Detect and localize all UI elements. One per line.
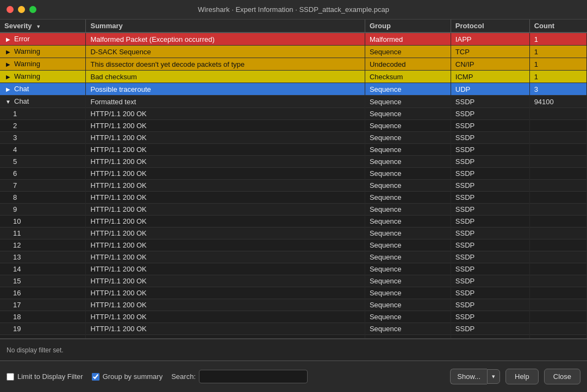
subrow-num-cell: 4 bbox=[0, 144, 86, 156]
maximize-button[interactable] bbox=[29, 6, 36, 13]
group-cell: Checksum bbox=[365, 71, 451, 83]
group-cell: Sequence bbox=[365, 46, 451, 58]
table-subrow[interactable]: 3 HTTP/1.1 200 OK Sequence SSDP bbox=[0, 132, 587, 144]
subrow-count-cell bbox=[529, 323, 586, 335]
limit-display-filter-label[interactable]: Limit to Display Filter bbox=[17, 372, 83, 381]
expand-icon[interactable]: ▶ bbox=[4, 61, 12, 68]
table-subrow[interactable]: 6 HTTP/1.1 200 OK Sequence SSDP bbox=[0, 168, 587, 180]
subrow-num-cell: 7 bbox=[0, 180, 86, 192]
subrow-summary-cell: HTTP/1.1 200 OK bbox=[86, 108, 365, 120]
subrow-num-cell: 10 bbox=[0, 216, 86, 227]
table-subrow[interactable]: 12 HTTP/1.1 200 OK Sequence SSDP bbox=[0, 239, 587, 251]
expand-icon[interactable]: ▼ bbox=[4, 98, 12, 106]
subrow-summary-cell: HTTP/1.1 200 OK bbox=[86, 132, 365, 144]
window-title: Wireshark · Expert Information · SSDP_at… bbox=[198, 5, 389, 14]
subrow-num-cell: 9 bbox=[0, 204, 86, 216]
summary-cell: This dissector doesn't yet decode packet… bbox=[86, 58, 365, 71]
table-row[interactable]: ▶Chat Possible traceroute Sequence UDP 3 bbox=[0, 83, 587, 96]
table-subrow[interactable]: 18 HTTP/1.1 200 OK Sequence SSDP bbox=[0, 311, 587, 323]
table-subrow[interactable]: 10 HTTP/1.1 200 OK Sequence SSDP bbox=[0, 216, 587, 227]
table-subrow[interactable]: 5 HTTP/1.1 200 OK Sequence SSDP bbox=[0, 156, 587, 168]
col-header-count[interactable]: Count bbox=[529, 20, 586, 33]
subrow-num-cell: 11 bbox=[0, 227, 86, 239]
expand-icon[interactable]: ▶ bbox=[4, 86, 12, 93]
summary-cell: Possible traceroute bbox=[86, 83, 365, 96]
table-subrow[interactable]: 14 HTTP/1.1 200 OK Sequence SSDP bbox=[0, 263, 587, 275]
subrow-summary-cell: HTTP/1.1 200 OK bbox=[86, 299, 365, 311]
table-subrow[interactable]: 9 HTTP/1.1 200 OK Sequence SSDP bbox=[0, 204, 587, 216]
col-header-summary[interactable]: Summary bbox=[86, 20, 365, 33]
subrow-group-cell: Sequence bbox=[365, 263, 451, 275]
subrow-count-cell bbox=[529, 168, 586, 180]
search-label: Search: bbox=[171, 372, 196, 381]
col-header-protocol[interactable]: Protocol bbox=[451, 20, 529, 33]
subrow-protocol-cell: SSDP bbox=[451, 227, 529, 239]
search-input[interactable] bbox=[199, 370, 308, 383]
help-button[interactable]: Help bbox=[505, 369, 539, 384]
subrow-summary-cell: HTTP/1.1 200 OK bbox=[86, 335, 365, 339]
group-by-summary-label[interactable]: Group by summary bbox=[103, 372, 163, 381]
expand-icon[interactable]: ▶ bbox=[4, 36, 12, 43]
group-by-summary-checkbox[interactable] bbox=[92, 373, 99, 381]
close-dialog-button[interactable]: Close bbox=[544, 369, 580, 384]
table-subrow[interactable]: 17 HTTP/1.1 200 OK Sequence SSDP bbox=[0, 299, 587, 311]
subrow-group-cell: Sequence bbox=[365, 287, 451, 299]
expand-icon[interactable]: ▶ bbox=[4, 48, 12, 56]
limit-display-filter-checkbox[interactable] bbox=[7, 373, 14, 381]
table-subrow[interactable]: 19 HTTP/1.1 200 OK Sequence SSDP bbox=[0, 323, 587, 335]
table-subrow[interactable]: 2 HTTP/1.1 200 OK Sequence SSDP bbox=[0, 120, 587, 132]
table-subrow[interactable]: 16 HTTP/1.1 200 OK Sequence SSDP bbox=[0, 287, 587, 299]
table-header: Severity ▼ Summary Group Protocol Count bbox=[0, 20, 587, 33]
subrow-summary-cell: HTTP/1.1 200 OK bbox=[86, 311, 365, 323]
table-subrow[interactable]: 8 HTTP/1.1 200 OK Sequence SSDP bbox=[0, 192, 587, 204]
titlebar: Wireshark · Expert Information · SSDP_at… bbox=[0, 0, 587, 20]
status-text: No display filter set. bbox=[7, 346, 64, 354]
subrow-summary-cell: HTTP/1.1 200 OK bbox=[86, 120, 365, 132]
table-subrow[interactable]: 4 HTTP/1.1 200 OK Sequence SSDP bbox=[0, 144, 587, 156]
table-subrow[interactable]: 1 HTTP/1.1 200 OK Sequence SSDP bbox=[0, 108, 587, 120]
subrow-group-cell: Sequence bbox=[365, 180, 451, 192]
show-button[interactable]: Show... bbox=[450, 369, 487, 384]
show-dropdown-arrow[interactable]: ▾ bbox=[487, 369, 500, 384]
severity-cell: ▶Chat bbox=[0, 83, 86, 96]
severity-cell: ▶Error bbox=[0, 33, 86, 46]
subrow-group-cell: Sequence bbox=[365, 216, 451, 227]
subrow-count-cell bbox=[529, 216, 586, 227]
subrow-num-cell: 18 bbox=[0, 311, 86, 323]
table-subrow[interactable]: 13 HTTP/1.1 200 OK Sequence SSDP bbox=[0, 251, 587, 263]
subrow-protocol-cell: SSDP bbox=[451, 216, 529, 227]
table-scroll[interactable]: Severity ▼ Summary Group Protocol Count bbox=[0, 20, 587, 338]
table-subrow[interactable]: 15 HTTP/1.1 200 OK Sequence SSDP bbox=[0, 275, 587, 287]
protocol-cell: UDP bbox=[451, 83, 529, 96]
minimize-button[interactable] bbox=[18, 6, 25, 13]
limit-filter-group: Limit to Display Filter bbox=[7, 372, 83, 381]
subrow-protocol-cell: SSDP bbox=[451, 335, 529, 339]
table-area: Severity ▼ Summary Group Protocol Count bbox=[0, 20, 587, 339]
expand-icon[interactable]: ▶ bbox=[4, 73, 12, 81]
subrow-count-cell bbox=[529, 287, 586, 299]
table-row[interactable]: ▶Warning Bad checksum Checksum ICMP 1 bbox=[0, 71, 587, 83]
col-header-severity[interactable]: Severity ▼ bbox=[0, 20, 86, 33]
table-body: ▶Error Malformed Packet (Exception occur… bbox=[0, 33, 587, 338]
summary-cell: Malformed Packet (Exception occurred) bbox=[86, 33, 365, 46]
table-subrow[interactable]: 11 HTTP/1.1 200 OK Sequence SSDP bbox=[0, 227, 587, 239]
summary-cell: Bad checksum bbox=[86, 71, 365, 83]
table-subrow[interactable]: 20 HTTP/1.1 200 OK Sequence SSDP bbox=[0, 335, 587, 339]
severity-cell: ▶Warning bbox=[0, 58, 86, 71]
subrow-count-cell bbox=[529, 192, 586, 204]
subrow-group-cell: Sequence bbox=[365, 108, 451, 120]
col-header-group[interactable]: Group bbox=[365, 20, 451, 33]
subrow-protocol-cell: SSDP bbox=[451, 299, 529, 311]
subrow-group-cell: Sequence bbox=[365, 227, 451, 239]
subrow-summary-cell: HTTP/1.1 200 OK bbox=[86, 168, 365, 180]
summary-cell: D-SACK Sequence bbox=[86, 46, 365, 58]
close-button[interactable] bbox=[7, 6, 14, 13]
group-cell: Sequence bbox=[365, 83, 451, 96]
table-row[interactable]: ▶Warning D-SACK Sequence Sequence TCP 1 bbox=[0, 46, 587, 58]
table-subrow[interactable]: 7 HTTP/1.1 200 OK Sequence SSDP bbox=[0, 180, 587, 192]
subrow-summary-cell: HTTP/1.1 200 OK bbox=[86, 323, 365, 335]
table-row[interactable]: ▶Error Malformed Packet (Exception occur… bbox=[0, 33, 587, 46]
table-row[interactable]: ▼Chat Formatted text Sequence SSDP 94100 bbox=[0, 96, 587, 108]
subrow-summary-cell: HTTP/1.1 200 OK bbox=[86, 251, 365, 263]
table-row[interactable]: ▶Warning This dissector doesn't yet deco… bbox=[0, 58, 587, 71]
